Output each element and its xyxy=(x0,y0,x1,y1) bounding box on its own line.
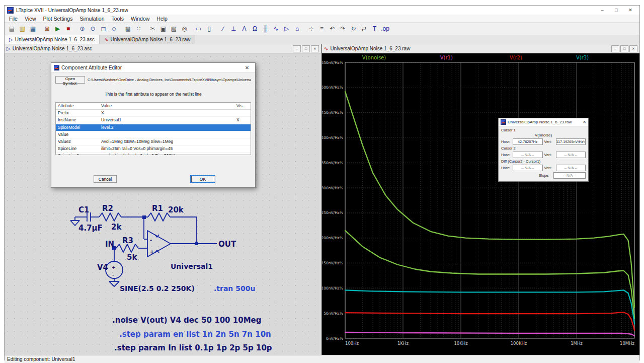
out-net-label[interactable]: OUT xyxy=(218,240,236,249)
waveform-viewer[interactable]: 0nV/Hz½50nV/Hz½100nV/Hz½150nV/Hz½200nV/H… xyxy=(322,53,639,355)
y-tick-label[interactable]: 450nV/Hz½ xyxy=(322,110,343,115)
open-symbol-button[interactable]: Open Symbol: xyxy=(55,76,85,84)
y-tick-label[interactable]: 0nV/Hz½ xyxy=(326,336,343,341)
place-text-icon[interactable]: T xyxy=(369,24,380,34)
place-resistor-icon[interactable]: Ω xyxy=(250,24,260,34)
close-icon[interactable]: ✕ xyxy=(242,65,253,70)
menu-help[interactable]: Help xyxy=(153,16,171,22)
cursor-dialog-titlebar[interactable]: UniversalOpAmp Noise 1_6_23.raw ✕ xyxy=(499,118,588,126)
in-net-label[interactable]: IN xyxy=(105,240,114,249)
x-tick-label[interactable]: 100Hz xyxy=(345,341,359,346)
r1-value[interactable]: 20k xyxy=(168,205,184,214)
place-capacitor-icon[interactable]: ╫ xyxy=(260,24,271,34)
y-tick-label[interactable]: 50nV/Hz½ xyxy=(324,311,343,316)
place-component-icon[interactable]: ⌂ xyxy=(292,24,302,34)
x-tick-label[interactable]: 100KHz xyxy=(511,341,527,346)
paste-icon[interactable]: ▧ xyxy=(169,24,179,34)
step-in-directive[interactable]: .step param In list 0.1p 1p 2p 5p 10p xyxy=(114,343,272,352)
legend-trace-label[interactable]: V(r2) xyxy=(510,55,522,60)
pane-close-icon[interactable]: ✕ xyxy=(629,45,637,52)
menu-tools[interactable]: Tools xyxy=(108,16,127,22)
attr-row-value2[interactable]: Value2Avol=1Meg GBW=10Meg Slew=1Meg xyxy=(56,138,251,146)
dialog-titlebar[interactable]: Component Attribute Editor ✕ xyxy=(51,63,255,72)
print-icon[interactable]: ▭ xyxy=(193,24,204,34)
redo-icon[interactable]: ↷ xyxy=(338,24,348,34)
cursor2-vert-field[interactable]: -- N/A -- xyxy=(556,152,586,158)
y-tick-label[interactable]: 500nV/Hz½ xyxy=(322,85,343,90)
close-icon[interactable]: ✕ xyxy=(624,8,637,13)
r2-value[interactable]: 2k xyxy=(111,223,122,232)
menu-simulation[interactable]: Simulation xyxy=(76,16,108,22)
menu-window[interactable]: Window xyxy=(127,16,153,22)
tab-2[interactable]: ∿UniversalOpAmp Noise 1_6_23.raw xyxy=(100,35,195,44)
noise-trace-step-en-7n[interactable] xyxy=(345,231,634,318)
y-tick-label[interactable]: 550nV/Hz½ xyxy=(322,60,343,65)
pane-close-icon[interactable]: ✕ xyxy=(311,45,319,52)
y-tick-label[interactable]: 400nV/Hz½ xyxy=(322,135,343,140)
zoom-area-icon[interactable]: ◻ xyxy=(98,24,109,34)
pane-minimize-icon[interactable]: – xyxy=(611,45,619,52)
noise-trace-step-en-1n[interactable] xyxy=(345,332,634,336)
print-preview-icon[interactable]: ▯ xyxy=(204,24,214,34)
schematic-pane-titlebar[interactable]: ▷ UniversalOpAmp Noise 1_6_23.asc – □ ✕ xyxy=(5,44,321,53)
y-tick-label[interactable]: 250nV/Hz½ xyxy=(322,210,343,215)
noise-trace-step-en-10n[interactable] xyxy=(345,92,634,307)
save-icon[interactable]: ▦ xyxy=(28,24,38,34)
attr-row-spiceline2[interactable]: SpiceLine2en={en} in={In} enk=0 ink=0 Ri… xyxy=(56,153,251,155)
attr-row-prefix[interactable]: PrefixX xyxy=(56,110,251,117)
x-tick-label[interactable]: 10MHz xyxy=(620,341,635,346)
menu-view[interactable]: View xyxy=(21,16,40,22)
schematic-editor[interactable]: C1 4.7µF R2 2k R1 20k R3 5k IN OUT V4 Un… xyxy=(5,53,321,355)
place-diode-icon[interactable]: ▷ xyxy=(281,24,292,34)
cursor2-horz-field[interactable]: -- N/A -- xyxy=(513,152,543,158)
attr-row-instname[interactable]: InstNameUniversal1X xyxy=(56,117,251,124)
attr-row-value[interactable]: Value xyxy=(56,131,251,138)
move-icon[interactable]: ⊹ xyxy=(306,24,316,34)
legend-trace-label[interactable]: V(r3) xyxy=(576,55,589,60)
open-file-icon[interactable]: ▥ xyxy=(17,24,28,34)
cursor-dialog[interactable]: UniversalOpAmp Noise 1_6_23.raw ✕ Cursor… xyxy=(498,118,589,182)
noise-trace-step-en-5n[interactable] xyxy=(345,290,634,324)
sine-value[interactable]: SINE(2.5 0.2 250K) xyxy=(120,284,195,293)
c1-label[interactable]: C1 xyxy=(78,205,89,214)
r3-label[interactable]: R3 xyxy=(122,236,133,245)
show-grid-icon[interactable]: ▩ xyxy=(123,24,133,34)
attr-row-spicemodel[interactable]: SpiceModellevel.2 xyxy=(56,124,251,131)
title-bar[interactable]: LTspice XVII - UniversalOpAmp Noise 1_6_… xyxy=(5,6,639,15)
find-icon[interactable]: ◎ xyxy=(179,24,190,34)
cursor1-horz-field[interactable]: 42.78257Hz xyxy=(513,138,543,145)
pane-restore-icon[interactable]: □ xyxy=(620,45,628,52)
r2-label[interactable]: R2 xyxy=(102,204,113,213)
v4-label[interactable]: V4 xyxy=(97,263,108,272)
r3-value[interactable]: 5k xyxy=(127,253,137,262)
zoom-out-icon[interactable]: ⊖ xyxy=(88,24,98,34)
component-attribute-editor-dialog[interactable]: Component Attribute Editor ✕ Open Symbol… xyxy=(51,62,256,188)
x-tick-label[interactable]: 1MHz xyxy=(571,341,583,346)
x-tick-label[interactable]: 10KHz xyxy=(454,341,468,346)
mark-data-points-icon[interactable]: ∷ xyxy=(133,24,144,34)
spice-directive-icon[interactable]: .op xyxy=(380,24,390,34)
noise-directive[interactable]: .noise V(out) V4 dec 50 100 10Meg xyxy=(112,316,261,325)
tab-1[interactable]: ▷UniversalOpAmp Noise 1_6_23.asc xyxy=(5,35,100,44)
attr-row-spiceline[interactable]: SpiceLineilimit=25m rail=0 Vos=0 phimarg… xyxy=(56,146,251,153)
place-label-icon[interactable]: A xyxy=(239,24,250,34)
maximize-icon[interactable]: □ xyxy=(610,8,623,13)
menu-file[interactable]: File xyxy=(6,16,21,22)
pane-restore-icon[interactable]: □ xyxy=(302,45,310,52)
undo-icon[interactable]: ↶ xyxy=(327,24,338,34)
opamp-name[interactable]: Universal1 xyxy=(171,262,213,270)
menu-plot-settings[interactable]: Plot Settings xyxy=(40,16,76,22)
cancel-button[interactable]: Cancel xyxy=(94,175,117,183)
new-schematic-icon[interactable]: ▤ xyxy=(7,24,17,34)
drag-icon[interactable]: ≡ xyxy=(316,24,327,34)
cursor1-vert-field[interactable]: 117.19265nV/Hz½ xyxy=(556,138,586,145)
r1-label[interactable]: R1 xyxy=(152,204,163,213)
legend-trace-label[interactable]: V(r1) xyxy=(440,55,453,60)
y-tick-label[interactable]: 200nV/Hz½ xyxy=(322,236,343,240)
draw-wire-icon[interactable]: ∕ xyxy=(218,24,228,34)
noise-trace-step-en-2n[interactable] xyxy=(345,312,634,330)
legend-trace-label[interactable]: V(onoise) xyxy=(362,55,386,60)
y-tick-label[interactable]: 300nV/Hz½ xyxy=(322,186,343,190)
zoom-full-extents-icon[interactable]: ◇ xyxy=(109,24,119,34)
zoom-in-icon[interactable]: ⊕ xyxy=(77,24,88,34)
